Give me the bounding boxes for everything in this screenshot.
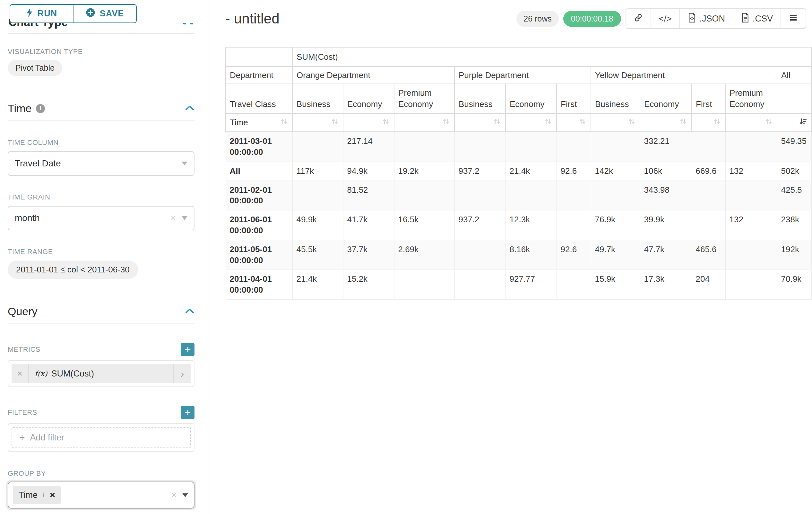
query-section-title: Query — [8, 305, 37, 318]
metrics-header: METRICS + — [8, 343, 195, 356]
add-filter-button[interactable]: + — [181, 406, 195, 419]
cell — [591, 132, 640, 162]
table-row: 2011-04-01 00:00:0021.4k15.2k927.7715.9k… — [226, 270, 811, 300]
section-divider — [8, 120, 195, 121]
cell: 937.2 — [455, 210, 505, 240]
cell — [505, 132, 556, 162]
sort-icon[interactable] — [578, 117, 587, 128]
cell: 192k — [777, 240, 811, 270]
add-filter-dropzone[interactable]: + Add filter — [11, 427, 191, 448]
sort-icon[interactable] — [628, 117, 636, 128]
cell: 343.98 — [640, 181, 692, 210]
time-column-select[interactable]: Travel Date — [8, 151, 195, 176]
sort-icon[interactable] — [280, 117, 288, 128]
cell: 12.3k — [505, 210, 556, 240]
sort-header-cell — [292, 113, 343, 132]
cell: 2.69k — [394, 240, 455, 270]
sort-icon[interactable] — [764, 117, 773, 128]
caret-down-icon[interactable] — [182, 493, 188, 497]
sort-icon[interactable] — [544, 117, 552, 128]
time-section-header: Time i — [8, 102, 195, 115]
cell: 81.52 — [343, 181, 394, 210]
cell: 132 — [725, 210, 777, 240]
table-row: 2011-06-01 00:00:0049.9k41.7k16.5k937.21… — [226, 210, 811, 240]
time-grain-label: TIME GRAIN — [8, 193, 195, 201]
function-icon: f(x) — [35, 370, 47, 378]
group-by-label: GROUP BY — [8, 469, 195, 478]
share-link-button[interactable] — [626, 9, 650, 28]
code-icon: </> — [659, 14, 672, 24]
department-header: Orange Department — [292, 66, 455, 84]
travel-class-header: Economy — [505, 84, 556, 113]
cell — [725, 240, 777, 270]
csv-file-icon — [741, 13, 749, 25]
lightning-bolt-icon — [26, 8, 33, 20]
remove-metric-icon[interactable]: × — [11, 364, 29, 383]
export-csv-label: .CSV — [753, 14, 773, 24]
filters-header: FILTERS + — [8, 406, 195, 419]
close-icon[interactable]: × — [50, 490, 55, 500]
cell: 15.2k — [343, 270, 394, 300]
cell — [556, 270, 591, 300]
cell: 21.4k — [505, 162, 556, 181]
col-axis-label: Department — [226, 66, 292, 84]
export-csv-button[interactable]: .CSV — [733, 9, 781, 28]
cell: 927.77 — [505, 270, 556, 300]
row-header: 2011-02-01 00:00:00 — [226, 181, 292, 210]
metric-chip[interactable]: × f(x) SUM(Cost) › — [11, 364, 191, 383]
sort-icon[interactable] — [330, 117, 339, 128]
sort-icon[interactable] — [382, 117, 390, 128]
travel-class-header: Economy — [343, 84, 394, 113]
time-grain-select[interactable]: month × — [8, 206, 195, 230]
plus-icon: + — [19, 432, 25, 443]
add-metric-button[interactable]: + — [181, 343, 195, 356]
sort-desc-icon[interactable] — [799, 117, 807, 128]
cell: 94.9k — [343, 162, 394, 181]
row-header: 2011-03-01 00:00:00 — [226, 132, 292, 162]
table-row: 2011-02-01 00:00:0081.52343.98425.5 — [226, 181, 811, 210]
save-button[interactable]: SAVE — [73, 4, 137, 23]
cell: 15.9k — [591, 270, 640, 300]
chevron-right-icon[interactable]: › — [173, 364, 191, 383]
chevron-up-icon[interactable] — [185, 308, 195, 316]
cell: 117k — [292, 162, 343, 181]
sort-header-cell — [640, 113, 692, 132]
chart-title[interactable]: - untitled — [225, 10, 280, 27]
cell: 21.4k — [292, 270, 343, 300]
sort-icon[interactable] — [679, 117, 688, 128]
travel-class-header: Economy — [640, 84, 692, 113]
travel-class-header: Premium Economy — [394, 84, 455, 113]
plus-circle-icon — [86, 8, 95, 20]
clear-icon[interactable]: × — [171, 213, 176, 223]
chevron-up-icon[interactable] — [185, 105, 195, 112]
menu-button[interactable] — [781, 9, 806, 28]
cell — [455, 240, 505, 270]
time-range-pill[interactable]: 2011-01-01 ≤ col < 2011-06-30 — [8, 261, 138, 279]
run-button[interactable]: RUN — [10, 4, 73, 23]
travel-class-header: First — [692, 84, 725, 113]
sort-icon[interactable] — [713, 117, 721, 128]
pivot-table-container: SUM(Cost)DepartmentOrange DepartmentPurp… — [225, 47, 812, 300]
sort-icon[interactable] — [442, 117, 450, 128]
clear-icon[interactable]: × — [171, 490, 176, 500]
export-json-button[interactable]: .JSON — [679, 9, 733, 28]
cell — [591, 181, 640, 210]
group-by-select[interactable]: Time i × × — [8, 482, 195, 509]
cell: 70.9k — [777, 270, 811, 300]
group-by-chip-time[interactable]: Time i × — [13, 486, 61, 504]
table-row: 2011-05-01 00:00:0045.5k37.7k2.69k8.16k9… — [226, 240, 811, 270]
cell — [394, 270, 455, 300]
travel-class-header-empty — [777, 84, 811, 113]
cell: 106k — [640, 162, 692, 181]
sort-icon[interactable] — [493, 117, 501, 128]
viz-type-pill[interactable]: Pivot Table — [8, 60, 62, 76]
cell — [725, 181, 777, 210]
table-row: All117k94.9k19.2k937.221.4k92.6142k106k6… — [226, 162, 811, 181]
class-axis-label: Travel Class — [226, 84, 292, 113]
view-query-button[interactable]: </> — [650, 9, 680, 28]
cell: 425.5 — [777, 181, 811, 210]
cell: 45.5k — [292, 240, 343, 270]
cell: 19.2k — [394, 162, 455, 181]
cell — [292, 181, 343, 210]
metrics-label: METRICS — [8, 345, 40, 354]
